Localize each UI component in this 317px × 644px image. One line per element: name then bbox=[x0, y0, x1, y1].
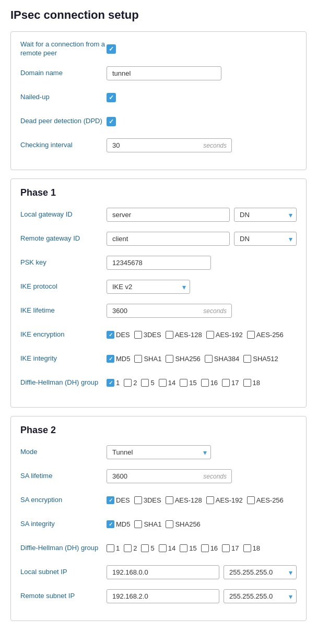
mode-select[interactable]: Tunnel Transport bbox=[107, 445, 211, 459]
remote-gw-type-wrap: DN FQDN IP Email bbox=[234, 232, 297, 246]
ike-int-md5-checkbox[interactable]: ✓ bbox=[107, 355, 114, 363]
nailed-row: Nailed-up ✓ bbox=[20, 89, 297, 106]
nailed-label: Nailed-up bbox=[20, 93, 107, 102]
sa-enc-3des-checkbox[interactable] bbox=[134, 496, 142, 504]
phase2-dh-14-checkbox[interactable] bbox=[159, 544, 167, 552]
sa-enc-des-checkbox[interactable]: ✓ bbox=[107, 496, 114, 504]
sa-lifetime-input[interactable] bbox=[107, 469, 232, 483]
phase1-dh-2-checkbox[interactable] bbox=[124, 379, 132, 387]
local-subnet-ip-input[interactable] bbox=[107, 565, 219, 579]
phase2-dh-5-checkbox[interactable] bbox=[141, 544, 149, 552]
local-gw-type-select[interactable]: DN FQDN IP Email bbox=[234, 208, 297, 222]
psk-input[interactable] bbox=[107, 256, 211, 270]
local-subnet-label: Local subnet IP bbox=[20, 568, 107, 577]
sa-enc-aes192-checkbox[interactable] bbox=[206, 496, 214, 504]
phase1-title: Phase 1 bbox=[20, 187, 297, 198]
phase1-section: Phase 1 Local gateway ID DN FQDN IP Emai… bbox=[10, 178, 307, 408]
phase1-dh-15-checkbox[interactable] bbox=[180, 379, 187, 387]
ike-int-sha1-checkbox[interactable] bbox=[134, 355, 142, 363]
ike-proto-select-wrap: IKE v1 IKE v2 bbox=[107, 280, 190, 294]
ike-proto-select[interactable]: IKE v1 IKE v2 bbox=[107, 280, 190, 294]
local-gw-control: DN FQDN IP Email bbox=[107, 208, 297, 222]
local-subnet-row: Local subnet IP 255.255.255.0 255.255.0.… bbox=[20, 564, 297, 581]
ike-int-sha1: SHA1 bbox=[134, 355, 161, 363]
phase1-dh-18-checkbox[interactable] bbox=[243, 379, 251, 387]
local-subnet-mask-select[interactable]: 255.255.255.0 255.255.0.0 255.0.0.0 bbox=[224, 565, 297, 579]
checking-control: seconds bbox=[107, 138, 297, 152]
sa-int-sha1-checkbox[interactable] bbox=[134, 520, 142, 528]
phase2-dh-group: 1 2 5 14 15 bbox=[107, 544, 297, 552]
remote-gw-label: Remote gateway ID bbox=[20, 234, 107, 243]
sa-int-group: ✓ MD5 SHA1 SHA256 bbox=[107, 520, 297, 528]
phase2-dh-17-checkbox[interactable] bbox=[222, 544, 230, 552]
phase1-dh-control: ✓ 1 2 5 14 bbox=[107, 379, 297, 387]
dpd-label: Dead peer detection (DPD) bbox=[20, 117, 107, 126]
phase2-dh-row: Diffie-Hellman (DH) group 1 2 5 bbox=[20, 540, 297, 557]
sa-lifetime-input-wrap: seconds bbox=[107, 469, 232, 483]
dpd-checkbox[interactable]: ✓ bbox=[107, 117, 116, 126]
wait-control: ✓ bbox=[107, 44, 297, 54]
sa-int-sha256-checkbox[interactable] bbox=[166, 520, 173, 528]
checking-input[interactable] bbox=[107, 138, 232, 152]
ike-enc-3des-checkbox[interactable] bbox=[134, 331, 142, 339]
ike-int-row: IKE integrity ✓ MD5 SHA1 SHA256 bbox=[20, 351, 297, 367]
sa-enc-row: SA encryption ✓ DES 3DES AES-128 bbox=[20, 492, 297, 509]
phase1-header: Phase 1 bbox=[20, 187, 297, 198]
ike-int-group: ✓ MD5 SHA1 SHA256 SHA384 bbox=[107, 355, 297, 363]
phase1-dh-5-checkbox[interactable] bbox=[141, 379, 149, 387]
ike-enc-aes256-checkbox[interactable] bbox=[247, 331, 255, 339]
ike-enc-3des: 3DES bbox=[134, 331, 161, 339]
ike-enc-aes128-checkbox[interactable] bbox=[166, 331, 173, 339]
ike-proto-label: IKE protocol bbox=[20, 282, 107, 291]
ike-enc-aes128: AES-128 bbox=[166, 331, 202, 339]
phase1-dh-17-checkbox[interactable] bbox=[222, 379, 230, 387]
dpd-row: Dead peer detection (DPD) ✓ bbox=[20, 113, 297, 130]
local-gw-type-wrap: DN FQDN IP Email bbox=[234, 208, 297, 222]
phase1-dh-group: ✓ 1 2 5 14 bbox=[107, 379, 297, 387]
ike-int-control: ✓ MD5 SHA1 SHA256 SHA384 bbox=[107, 355, 297, 363]
nailed-checkbox[interactable]: ✓ bbox=[107, 93, 116, 102]
phase2-dh-16-checkbox[interactable] bbox=[201, 544, 209, 552]
ike-int-label: IKE integrity bbox=[20, 354, 107, 363]
remote-subnet-ip-input[interactable] bbox=[107, 589, 219, 603]
sa-enc-aes128-checkbox[interactable] bbox=[166, 496, 173, 504]
remote-subnet-row: Remote subnet IP 255.255.255.0 255.255.0… bbox=[20, 588, 297, 605]
phase1-dh-16-checkbox[interactable] bbox=[201, 379, 209, 387]
ike-int-sha256-checkbox[interactable] bbox=[166, 355, 173, 363]
sa-enc-aes256-checkbox[interactable] bbox=[247, 496, 255, 504]
remote-gw-input[interactable] bbox=[107, 232, 230, 246]
dpd-control: ✓ bbox=[107, 117, 297, 126]
phase2-title: Phase 2 bbox=[20, 425, 297, 436]
phase1-dh-label: Diffie-Hellman (DH) group bbox=[20, 378, 107, 387]
phase2-dh-18-checkbox[interactable] bbox=[243, 544, 251, 552]
sa-enc-group: ✓ DES 3DES AES-128 AES-192 bbox=[107, 496, 297, 504]
domain-row: Domain name bbox=[20, 65, 297, 82]
domain-input[interactable] bbox=[107, 66, 221, 80]
top-section: Wait for a connection from a remote peer… bbox=[10, 31, 307, 170]
ike-enc-aes192-checkbox[interactable] bbox=[206, 331, 214, 339]
local-gw-label: Local gateway ID bbox=[20, 210, 107, 219]
sa-lifetime-row: SA lifetime seconds bbox=[20, 468, 297, 485]
remote-gw-row: Remote gateway ID DN FQDN IP Email bbox=[20, 231, 297, 247]
phase2-dh-2-checkbox[interactable] bbox=[124, 544, 132, 552]
ike-int-sha512-checkbox[interactable] bbox=[243, 355, 251, 363]
remote-subnet-mask-select[interactable]: 255.255.255.0 255.255.0.0 255.0.0.0 bbox=[224, 589, 297, 603]
ike-int-sha384-checkbox[interactable] bbox=[205, 355, 213, 363]
remote-subnet-control: 255.255.255.0 255.255.0.0 255.0.0.0 bbox=[107, 589, 297, 603]
phase1-dh-14-checkbox[interactable] bbox=[159, 379, 167, 387]
ike-lifetime-input[interactable] bbox=[107, 304, 232, 318]
psk-label: PSK key bbox=[20, 258, 107, 267]
ike-proto-row: IKE protocol IKE v1 IKE v2 bbox=[20, 279, 297, 295]
phase1-dh-1-checkbox[interactable]: ✓ bbox=[107, 379, 114, 387]
local-gw-input[interactable] bbox=[107, 208, 230, 222]
phase2-dh-15-checkbox[interactable] bbox=[180, 544, 187, 552]
wait-checkbox[interactable]: ✓ bbox=[107, 44, 116, 54]
sa-int-md5-checkbox[interactable]: ✓ bbox=[107, 520, 114, 528]
mode-control: Tunnel Transport bbox=[107, 445, 297, 459]
mode-row: Mode Tunnel Transport bbox=[20, 444, 297, 461]
phase2-dh-1-checkbox[interactable] bbox=[107, 544, 114, 552]
phase2-dh-control: 1 2 5 14 15 bbox=[107, 544, 297, 552]
ike-enc-des-checkbox[interactable]: ✓ bbox=[107, 331, 114, 339]
remote-gw-type-select[interactable]: DN FQDN IP Email bbox=[234, 232, 297, 246]
ike-int-sha256: SHA256 bbox=[166, 355, 200, 363]
